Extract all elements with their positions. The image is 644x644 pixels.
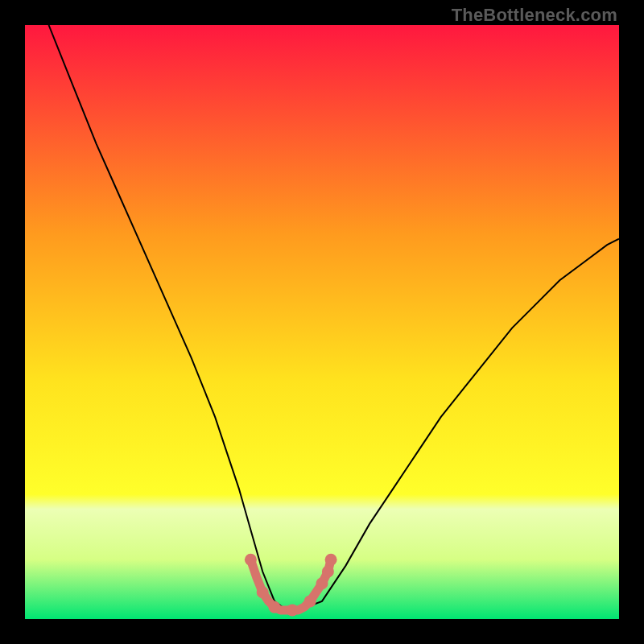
marker-dot	[322, 566, 334, 578]
marker-dot	[287, 604, 299, 616]
marker-dot	[316, 577, 328, 589]
marker-dot	[257, 586, 269, 598]
watermark-text: TheBottleneck.com	[452, 5, 617, 26]
plot-area	[25, 25, 619, 619]
chart-svg	[25, 25, 619, 619]
gradient-background	[25, 25, 619, 619]
marker-dot	[325, 554, 337, 566]
marker-dot	[269, 601, 281, 613]
marker-dot	[245, 554, 257, 566]
marker-dot	[304, 595, 316, 607]
chart-frame: TheBottleneck.com	[0, 0, 644, 644]
